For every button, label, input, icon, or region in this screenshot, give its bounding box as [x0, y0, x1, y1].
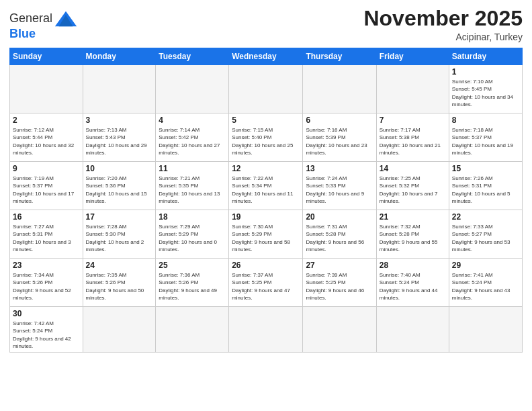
day-number: 28 [380, 261, 446, 270]
day-number: 9 [13, 164, 80, 173]
day-info: Sunrise: 7:33 AM Sunset: 5:27 PM Dayligh… [452, 223, 519, 253]
table-row: 28Sunrise: 7:40 AM Sunset: 5:24 PM Dayli… [376, 259, 449, 307]
day-info: Sunrise: 7:18 AM Sunset: 5:37 PM Dayligh… [452, 126, 519, 156]
table-row: 6Sunrise: 7:16 AM Sunset: 5:39 PM Daylig… [303, 113, 376, 162]
day-info: Sunrise: 7:21 AM Sunset: 5:35 PM Dayligh… [159, 175, 226, 205]
day-number: 27 [306, 261, 373, 270]
day-number: 24 [86, 261, 153, 270]
day-info: Sunrise: 7:28 AM Sunset: 5:30 PM Dayligh… [86, 223, 153, 253]
table-row: 20Sunrise: 7:31 AM Sunset: 5:28 PM Dayli… [303, 210, 376, 259]
table-row: 30Sunrise: 7:42 AM Sunset: 5:24 PM Dayli… [10, 307, 83, 353]
day-number: 3 [86, 116, 153, 125]
table-row [376, 65, 449, 113]
day-info: Sunrise: 7:32 AM Sunset: 5:28 PM Dayligh… [380, 223, 446, 253]
day-number: 6 [306, 116, 373, 125]
table-row [83, 307, 156, 353]
day-info: Sunrise: 7:39 AM Sunset: 5:25 PM Dayligh… [306, 271, 373, 302]
table-row: 4Sunrise: 7:14 AM Sunset: 5:42 PM Daylig… [156, 113, 229, 162]
day-info: Sunrise: 7:41 AM Sunset: 5:24 PM Dayligh… [452, 271, 519, 302]
table-row [376, 307, 449, 353]
table-row: 24Sunrise: 7:35 AM Sunset: 5:26 PM Dayli… [83, 259, 156, 307]
table-row: 1Sunrise: 7:10 AM Sunset: 5:45 PM Daylig… [449, 65, 522, 113]
day-info: Sunrise: 7:13 AM Sunset: 5:43 PM Dayligh… [86, 126, 153, 156]
table-row: 21Sunrise: 7:32 AM Sunset: 5:28 PM Dayli… [376, 210, 449, 259]
day-info: Sunrise: 7:40 AM Sunset: 5:24 PM Dayligh… [380, 271, 446, 302]
day-info: Sunrise: 7:30 AM Sunset: 5:29 PM Dayligh… [232, 223, 300, 253]
day-info: Sunrise: 7:25 AM Sunset: 5:32 PM Dayligh… [380, 175, 446, 205]
table-row: 29Sunrise: 7:41 AM Sunset: 5:24 PM Dayli… [449, 259, 522, 307]
day-info: Sunrise: 7:31 AM Sunset: 5:28 PM Dayligh… [306, 223, 373, 253]
table-row [156, 65, 229, 113]
table-row: 5Sunrise: 7:15 AM Sunset: 5:40 PM Daylig… [229, 113, 303, 162]
table-row: 8Sunrise: 7:18 AM Sunset: 5:37 PM Daylig… [449, 113, 522, 162]
day-number: 30 [13, 309, 80, 318]
table-row: 27Sunrise: 7:39 AM Sunset: 5:25 PM Dayli… [303, 259, 376, 307]
day-info: Sunrise: 7:29 AM Sunset: 5:29 PM Dayligh… [159, 223, 226, 253]
header-sunday: Sunday [10, 48, 83, 65]
day-info: Sunrise: 7:42 AM Sunset: 5:24 PM Dayligh… [13, 320, 80, 350]
day-number: 14 [380, 164, 446, 173]
logo-blue: Blue [9, 27, 78, 41]
location: Acipinar, Turkey [363, 32, 523, 42]
table-row: 7Sunrise: 7:17 AM Sunset: 5:38 PM Daylig… [376, 113, 449, 162]
header-friday: Friday [376, 48, 449, 65]
day-info: Sunrise: 7:16 AM Sunset: 5:39 PM Dayligh… [306, 126, 373, 156]
day-number: 13 [306, 164, 373, 173]
day-number: 4 [159, 116, 226, 125]
table-row [10, 65, 83, 113]
table-row [449, 307, 522, 353]
table-row: 14Sunrise: 7:25 AM Sunset: 5:32 PM Dayli… [376, 162, 449, 210]
day-info: Sunrise: 7:27 AM Sunset: 5:31 PM Dayligh… [13, 223, 80, 253]
logo-general: General [9, 11, 52, 25]
logo-icon [54, 9, 78, 28]
table-row [229, 307, 303, 353]
day-number: 25 [159, 261, 226, 270]
title-block: November 2025 Acipinar, Turkey [363, 7, 523, 42]
day-info: Sunrise: 7:15 AM Sunset: 5:40 PM Dayligh… [232, 126, 300, 156]
day-number: 7 [380, 116, 446, 125]
table-row [229, 65, 303, 113]
page: General Blue November 2025 Acipinar, Tur… [0, 0, 532, 411]
header-thursday: Thursday [303, 48, 376, 65]
table-row: 23Sunrise: 7:34 AM Sunset: 5:26 PM Dayli… [10, 259, 83, 307]
table-row: 16Sunrise: 7:27 AM Sunset: 5:31 PM Dayli… [10, 210, 83, 259]
day-info: Sunrise: 7:34 AM Sunset: 5:26 PM Dayligh… [13, 271, 80, 302]
table-row: 9Sunrise: 7:19 AM Sunset: 5:37 PM Daylig… [10, 162, 83, 210]
table-row: 15Sunrise: 7:26 AM Sunset: 5:31 PM Dayli… [449, 162, 522, 210]
table-row: 18Sunrise: 7:29 AM Sunset: 5:29 PM Dayli… [156, 210, 229, 259]
day-number: 17 [86, 212, 153, 222]
table-row [303, 65, 376, 113]
table-row: 12Sunrise: 7:22 AM Sunset: 5:34 PM Dayli… [229, 162, 303, 210]
day-number: 21 [380, 212, 446, 222]
day-info: Sunrise: 7:19 AM Sunset: 5:37 PM Dayligh… [13, 175, 80, 205]
day-number: 29 [452, 261, 519, 270]
day-number: 12 [232, 164, 300, 173]
table-row: 11Sunrise: 7:21 AM Sunset: 5:35 PM Dayli… [156, 162, 229, 210]
table-row [303, 307, 376, 353]
day-number: 10 [86, 164, 153, 173]
day-info: Sunrise: 7:10 AM Sunset: 5:45 PM Dayligh… [452, 78, 519, 108]
day-info: Sunrise: 7:14 AM Sunset: 5:42 PM Dayligh… [159, 126, 226, 156]
table-row: 13Sunrise: 7:24 AM Sunset: 5:33 PM Dayli… [303, 162, 376, 210]
day-info: Sunrise: 7:37 AM Sunset: 5:25 PM Dayligh… [232, 271, 300, 302]
logo: General Blue [9, 9, 78, 41]
day-number: 2 [13, 116, 80, 125]
day-info: Sunrise: 7:17 AM Sunset: 5:38 PM Dayligh… [380, 126, 446, 156]
day-number: 22 [452, 212, 519, 222]
day-info: Sunrise: 7:24 AM Sunset: 5:33 PM Dayligh… [306, 175, 373, 205]
day-info: Sunrise: 7:20 AM Sunset: 5:36 PM Dayligh… [86, 175, 153, 205]
day-info: Sunrise: 7:26 AM Sunset: 5:31 PM Dayligh… [452, 175, 519, 205]
calendar: Sunday Monday Tuesday Wednesday Thursday… [9, 48, 523, 353]
table-row: 22Sunrise: 7:33 AM Sunset: 5:27 PM Dayli… [449, 210, 522, 259]
day-number: 15 [452, 164, 519, 173]
day-number: 8 [452, 116, 519, 125]
header-wednesday: Wednesday [229, 48, 303, 65]
day-number: 18 [159, 212, 226, 222]
table-row: 26Sunrise: 7:37 AM Sunset: 5:25 PM Dayli… [229, 259, 303, 307]
table-row: 25Sunrise: 7:36 AM Sunset: 5:26 PM Dayli… [156, 259, 229, 307]
month-title: November 2025 [363, 7, 523, 30]
table-row: 2Sunrise: 7:12 AM Sunset: 5:44 PM Daylig… [10, 113, 83, 162]
table-row [83, 65, 156, 113]
day-info: Sunrise: 7:36 AM Sunset: 5:26 PM Dayligh… [159, 271, 226, 302]
table-row [156, 307, 229, 353]
